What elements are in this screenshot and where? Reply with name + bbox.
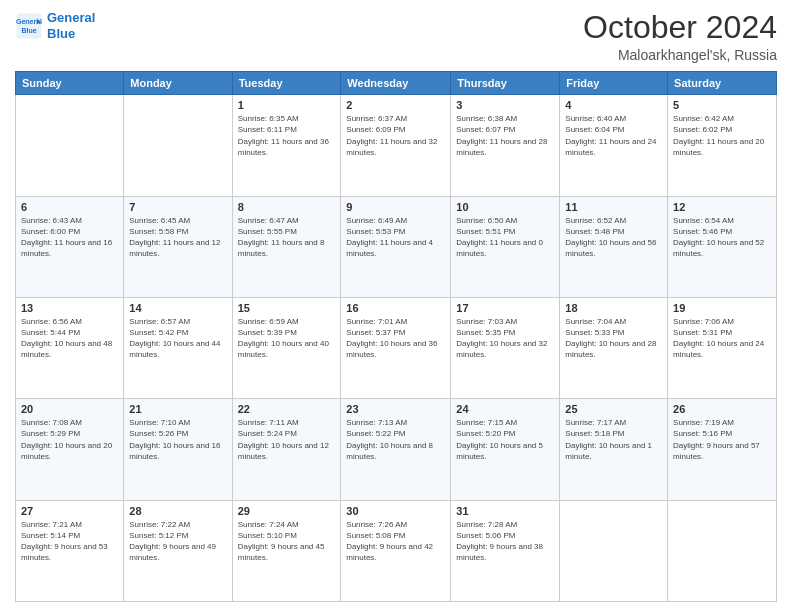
day-info: Sunrise: 6:59 AM Sunset: 5:39 PM Dayligh… [238, 316, 336, 361]
day-number: 9 [346, 201, 445, 213]
calendar-cell: 12Sunrise: 6:54 AM Sunset: 5:46 PM Dayli… [668, 196, 777, 297]
day-info: Sunrise: 7:15 AM Sunset: 5:20 PM Dayligh… [456, 417, 554, 462]
col-thursday: Thursday [451, 72, 560, 95]
day-info: Sunrise: 7:08 AM Sunset: 5:29 PM Dayligh… [21, 417, 118, 462]
calendar-cell: 25Sunrise: 7:17 AM Sunset: 5:18 PM Dayli… [560, 399, 668, 500]
col-tuesday: Tuesday [232, 72, 341, 95]
day-info: Sunrise: 6:47 AM Sunset: 5:55 PM Dayligh… [238, 215, 336, 260]
day-number: 21 [129, 403, 226, 415]
calendar-cell: 4Sunrise: 6:40 AM Sunset: 6:04 PM Daylig… [560, 95, 668, 196]
day-number: 28 [129, 505, 226, 517]
day-info: Sunrise: 7:17 AM Sunset: 5:18 PM Dayligh… [565, 417, 662, 462]
header-row: Sunday Monday Tuesday Wednesday Thursday… [16, 72, 777, 95]
calendar-cell: 3Sunrise: 6:38 AM Sunset: 6:07 PM Daylig… [451, 95, 560, 196]
header: General Blue General Blue October 2024 M… [15, 10, 777, 63]
day-number: 16 [346, 302, 445, 314]
calendar-cell: 2Sunrise: 6:37 AM Sunset: 6:09 PM Daylig… [341, 95, 451, 196]
logo-line2: Blue [47, 26, 75, 41]
day-info: Sunrise: 7:03 AM Sunset: 5:35 PM Dayligh… [456, 316, 554, 361]
day-info: Sunrise: 7:24 AM Sunset: 5:10 PM Dayligh… [238, 519, 336, 564]
day-number: 8 [238, 201, 336, 213]
calendar-cell: 18Sunrise: 7:04 AM Sunset: 5:33 PM Dayli… [560, 297, 668, 398]
day-info: Sunrise: 7:21 AM Sunset: 5:14 PM Dayligh… [21, 519, 118, 564]
day-info: Sunrise: 7:28 AM Sunset: 5:06 PM Dayligh… [456, 519, 554, 564]
day-info: Sunrise: 6:40 AM Sunset: 6:04 PM Dayligh… [565, 113, 662, 158]
day-info: Sunrise: 6:57 AM Sunset: 5:42 PM Dayligh… [129, 316, 226, 361]
day-number: 13 [21, 302, 118, 314]
day-number: 30 [346, 505, 445, 517]
logo-icon: General Blue [15, 12, 43, 40]
calendar-cell: 27Sunrise: 7:21 AM Sunset: 5:14 PM Dayli… [16, 500, 124, 601]
calendar-cell: 8Sunrise: 6:47 AM Sunset: 5:55 PM Daylig… [232, 196, 341, 297]
day-info: Sunrise: 7:04 AM Sunset: 5:33 PM Dayligh… [565, 316, 662, 361]
calendar-cell: 24Sunrise: 7:15 AM Sunset: 5:20 PM Dayli… [451, 399, 560, 500]
calendar-cell [16, 95, 124, 196]
day-info: Sunrise: 7:22 AM Sunset: 5:12 PM Dayligh… [129, 519, 226, 564]
svg-rect-0 [17, 13, 42, 38]
day-info: Sunrise: 7:13 AM Sunset: 5:22 PM Dayligh… [346, 417, 445, 462]
day-info: Sunrise: 6:38 AM Sunset: 6:07 PM Dayligh… [456, 113, 554, 158]
day-number: 24 [456, 403, 554, 415]
day-number: 23 [346, 403, 445, 415]
day-info: Sunrise: 6:49 AM Sunset: 5:53 PM Dayligh… [346, 215, 445, 260]
col-wednesday: Wednesday [341, 72, 451, 95]
calendar-cell: 5Sunrise: 6:42 AM Sunset: 6:02 PM Daylig… [668, 95, 777, 196]
day-info: Sunrise: 6:43 AM Sunset: 6:00 PM Dayligh… [21, 215, 118, 260]
day-number: 5 [673, 99, 771, 111]
calendar-cell: 15Sunrise: 6:59 AM Sunset: 5:39 PM Dayli… [232, 297, 341, 398]
calendar-cell [560, 500, 668, 601]
day-info: Sunrise: 7:26 AM Sunset: 5:08 PM Dayligh… [346, 519, 445, 564]
day-number: 14 [129, 302, 226, 314]
calendar-cell: 23Sunrise: 7:13 AM Sunset: 5:22 PM Dayli… [341, 399, 451, 500]
calendar-cell: 22Sunrise: 7:11 AM Sunset: 5:24 PM Dayli… [232, 399, 341, 500]
day-number: 19 [673, 302, 771, 314]
day-number: 4 [565, 99, 662, 111]
calendar-cell: 9Sunrise: 6:49 AM Sunset: 5:53 PM Daylig… [341, 196, 451, 297]
calendar-cell: 16Sunrise: 7:01 AM Sunset: 5:37 PM Dayli… [341, 297, 451, 398]
svg-text:Blue: Blue [21, 27, 36, 34]
day-info: Sunrise: 6:52 AM Sunset: 5:48 PM Dayligh… [565, 215, 662, 260]
page: General Blue General Blue October 2024 M… [0, 0, 792, 612]
day-info: Sunrise: 6:50 AM Sunset: 5:51 PM Dayligh… [456, 215, 554, 260]
day-number: 17 [456, 302, 554, 314]
calendar-cell: 31Sunrise: 7:28 AM Sunset: 5:06 PM Dayli… [451, 500, 560, 601]
col-sunday: Sunday [16, 72, 124, 95]
calendar-cell: 26Sunrise: 7:19 AM Sunset: 5:16 PM Dayli… [668, 399, 777, 500]
day-number: 26 [673, 403, 771, 415]
day-number: 31 [456, 505, 554, 517]
calendar-cell: 21Sunrise: 7:10 AM Sunset: 5:26 PM Dayli… [124, 399, 232, 500]
day-info: Sunrise: 6:45 AM Sunset: 5:58 PM Dayligh… [129, 215, 226, 260]
day-info: Sunrise: 7:01 AM Sunset: 5:37 PM Dayligh… [346, 316, 445, 361]
week-row-1: 6Sunrise: 6:43 AM Sunset: 6:00 PM Daylig… [16, 196, 777, 297]
day-number: 11 [565, 201, 662, 213]
day-info: Sunrise: 7:10 AM Sunset: 5:26 PM Dayligh… [129, 417, 226, 462]
day-info: Sunrise: 7:06 AM Sunset: 5:31 PM Dayligh… [673, 316, 771, 361]
col-monday: Monday [124, 72, 232, 95]
day-number: 10 [456, 201, 554, 213]
week-row-4: 27Sunrise: 7:21 AM Sunset: 5:14 PM Dayli… [16, 500, 777, 601]
day-info: Sunrise: 6:56 AM Sunset: 5:44 PM Dayligh… [21, 316, 118, 361]
day-number: 1 [238, 99, 336, 111]
day-info: Sunrise: 7:11 AM Sunset: 5:24 PM Dayligh… [238, 417, 336, 462]
calendar-cell: 30Sunrise: 7:26 AM Sunset: 5:08 PM Dayli… [341, 500, 451, 601]
day-info: Sunrise: 7:19 AM Sunset: 5:16 PM Dayligh… [673, 417, 771, 462]
calendar-cell: 14Sunrise: 6:57 AM Sunset: 5:42 PM Dayli… [124, 297, 232, 398]
day-info: Sunrise: 6:42 AM Sunset: 6:02 PM Dayligh… [673, 113, 771, 158]
day-number: 12 [673, 201, 771, 213]
logo: General Blue General Blue [15, 10, 95, 41]
calendar-cell [668, 500, 777, 601]
calendar-cell: 13Sunrise: 6:56 AM Sunset: 5:44 PM Dayli… [16, 297, 124, 398]
day-info: Sunrise: 6:54 AM Sunset: 5:46 PM Dayligh… [673, 215, 771, 260]
calendar-cell: 28Sunrise: 7:22 AM Sunset: 5:12 PM Dayli… [124, 500, 232, 601]
calendar-cell: 19Sunrise: 7:06 AM Sunset: 5:31 PM Dayli… [668, 297, 777, 398]
week-row-3: 20Sunrise: 7:08 AM Sunset: 5:29 PM Dayli… [16, 399, 777, 500]
week-row-0: 1Sunrise: 6:35 AM Sunset: 6:11 PM Daylig… [16, 95, 777, 196]
calendar-cell: 1Sunrise: 6:35 AM Sunset: 6:11 PM Daylig… [232, 95, 341, 196]
month-title: October 2024 [583, 10, 777, 45]
day-number: 7 [129, 201, 226, 213]
day-number: 18 [565, 302, 662, 314]
day-info: Sunrise: 6:35 AM Sunset: 6:11 PM Dayligh… [238, 113, 336, 158]
calendar-cell [124, 95, 232, 196]
calendar-cell: 6Sunrise: 6:43 AM Sunset: 6:00 PM Daylig… [16, 196, 124, 297]
calendar-cell: 20Sunrise: 7:08 AM Sunset: 5:29 PM Dayli… [16, 399, 124, 500]
